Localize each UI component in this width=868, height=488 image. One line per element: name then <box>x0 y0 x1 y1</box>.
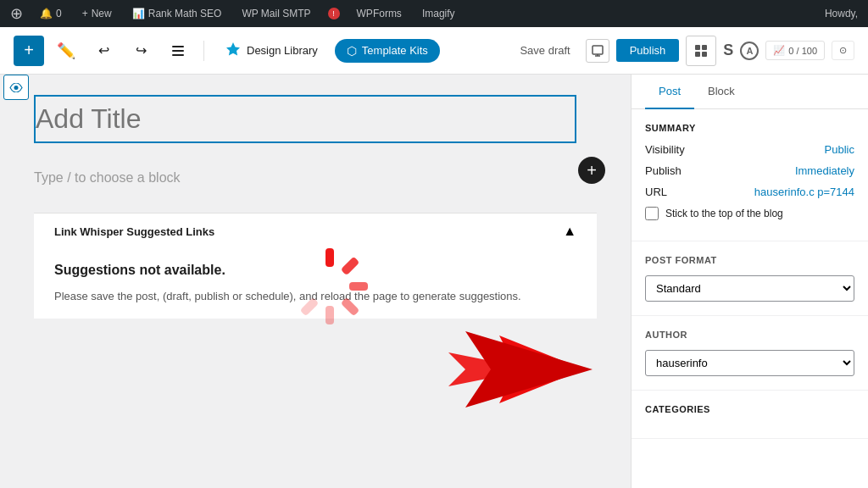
svg-rect-3 <box>593 46 603 54</box>
publish-label: Publish <box>645 164 682 177</box>
sticky-post-row: Stick to the top of the blog <box>645 207 854 220</box>
design-library-icon <box>225 41 242 61</box>
content-area[interactable]: Type / to choose a block + <box>34 157 597 199</box>
admin-bar-new[interactable]: + New <box>79 0 115 27</box>
admin-bar-notification-badge: ! <box>328 8 340 19</box>
plus-icon: + <box>82 8 88 19</box>
template-kits-button[interactable]: ⬡ Template Kits <box>335 39 440 63</box>
editor-sidebar: Post Block Summary Visibility Public Pub… <box>631 75 868 488</box>
stylist-icon[interactable]: S <box>723 42 733 59</box>
post-title-input[interactable] <box>34 95 576 143</box>
link-whisper-body: Suggestions not available. Please save t… <box>34 249 597 319</box>
post-format-section: POST FORMAT Standard <box>632 241 868 316</box>
collapse-icon: ▲ <box>563 224 576 239</box>
rank-math-score-badge[interactable]: 📈 0 / 100 <box>765 41 825 60</box>
sticky-label: Stick to the top of the blog <box>665 208 783 219</box>
link-whisper-title: Link Whisper Suggested Links <box>54 225 214 238</box>
author-select[interactable]: hauserinfo <box>645 350 854 376</box>
rankmath-icon: 📊 <box>132 8 145 19</box>
block-list-view-button[interactable] <box>163 36 193 66</box>
visibility-value[interactable]: Public <box>825 143 854 156</box>
editor-canvas[interactable]: Type / to choose a block + Link Whisper … <box>0 75 631 488</box>
post-format-title: POST FORMAT <box>645 255 854 265</box>
publish-value[interactable]: Immediately <box>795 164 854 177</box>
trending-up-icon: 📈 <box>773 45 785 56</box>
author-title: AUTHOR <box>645 330 854 340</box>
suggestions-title: Suggestions not available. <box>54 263 576 278</box>
sidebar-summary-section: Summary Visibility Public Publish Immedi… <box>632 109 868 241</box>
view-toggle-icon <box>694 44 708 58</box>
eye-icon <box>9 83 23 92</box>
preview-icon <box>592 45 604 57</box>
admin-bar-imagify[interactable]: Imagify <box>419 0 459 27</box>
svg-rect-1 <box>172 50 184 52</box>
admin-bar-howdy: Howdy, <box>825 8 858 19</box>
svg-rect-6 <box>695 45 700 50</box>
title-area <box>34 75 597 157</box>
svg-point-10 <box>14 86 19 90</box>
sidebar-tabs: Post Block <box>632 75 868 109</box>
tools-button[interactable]: ✏️ <box>51 36 81 66</box>
svg-rect-7 <box>702 45 707 50</box>
publish-row: Publish Immediately <box>645 164 854 177</box>
template-kits-icon: ⬡ <box>347 44 357 58</box>
admin-bar-wpforms[interactable]: WPForms <box>353 0 405 27</box>
view-toggle-button[interactable] <box>686 36 716 66</box>
save-draft-button[interactable]: Save draft <box>511 39 578 62</box>
link-whisper-toggle[interactable]: Link Whisper Suggested Links ▲ <box>34 214 597 249</box>
publish-button[interactable]: Publish <box>616 39 680 62</box>
url-label: URL <box>645 186 667 198</box>
categories-title: Categories <box>645 404 854 414</box>
admin-bar: ⊕ 🔔 0 + New 📊 Rank Math SEO WP Mail SMTP… <box>0 0 868 27</box>
admin-bar-wpmail[interactable]: WP Mail SMTP <box>238 0 314 27</box>
wp-logo: ⊕ <box>10 4 23 23</box>
toolbar-right: Save draft Publish S A 📈 0 / 1 <box>511 36 854 66</box>
url-row: URL hauserinfo.c p=7144 <box>645 186 854 198</box>
visibility-row: Visibility Public <box>645 143 854 156</box>
visibility-label: Visibility <box>645 143 685 156</box>
tab-block[interactable]: Block <box>694 75 748 109</box>
sticky-post-checkbox[interactable] <box>645 207 659 220</box>
svg-rect-0 <box>172 46 184 47</box>
tab-post[interactable]: Post <box>645 75 694 109</box>
svg-rect-9 <box>702 52 707 57</box>
block-placeholder-text: Type / to choose a block <box>34 170 563 186</box>
toolbar-divider-1 <box>203 41 204 61</box>
admin-bar-notification[interactable]: 🔔 0 <box>36 0 65 27</box>
svg-rect-2 <box>172 54 184 56</box>
list-icon <box>170 43 186 58</box>
summary-title: Summary <box>645 123 854 133</box>
floating-add-block-button[interactable]: + <box>578 157 605 184</box>
admin-bar-rankmath[interactable]: 📊 Rank Math SEO <box>129 0 225 27</box>
astra-icon[interactable]: A <box>740 42 759 60</box>
design-library-button[interactable]: Design Library <box>214 36 328 66</box>
bell-icon: 🔔 <box>40 8 53 19</box>
svg-rect-8 <box>695 52 700 57</box>
editor-main: Type / to choose a block + Link Whisper … <box>0 75 868 488</box>
categories-section: Categories <box>632 391 868 439</box>
author-section: AUTHOR hauserinfo <box>632 316 868 391</box>
add-block-button[interactable]: + <box>14 36 44 66</box>
post-format-select[interactable]: Standard <box>645 275 854 302</box>
link-whisper-section: Link Whisper Suggested Links ▲ Suggestio… <box>34 213 597 319</box>
template-kits-label: Template Kits <box>362 44 428 57</box>
preview-eye-button[interactable] <box>3 75 29 100</box>
undo-button[interactable]: ↩ <box>88 36 119 66</box>
preview-button[interactable] <box>586 39 609 63</box>
redo-button[interactable]: ↪ <box>125 36 156 66</box>
editor-toolbar: + ✏️ ↩ ↪ Design Library ⬡ Template Kits … <box>0 27 868 75</box>
score-badge-2[interactable]: ⊙ <box>832 41 854 60</box>
url-value[interactable]: hauserinfo.c p=7144 <box>754 186 854 198</box>
suggestions-text: Please save the post, (draft, publish or… <box>54 288 576 305</box>
design-library-label: Design Library <box>247 44 318 57</box>
